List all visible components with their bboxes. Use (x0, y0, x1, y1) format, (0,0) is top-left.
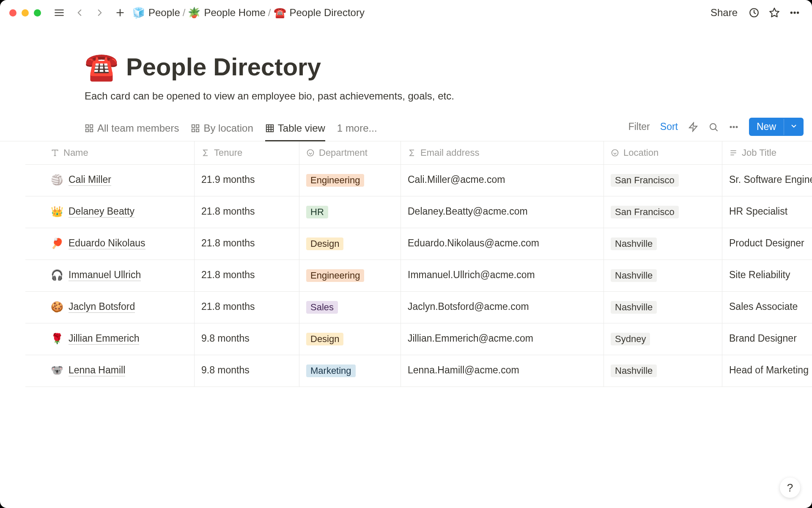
cell-name[interactable]: 🌹Jillian Emmerich (25, 323, 195, 355)
cell-tenure[interactable]: 21.8 months (195, 228, 299, 260)
table-row[interactable]: 🏓Eduardo Nikolaus21.8 monthsDesignEduard… (25, 228, 812, 260)
cell-department[interactable]: Marketing (299, 355, 401, 387)
table-row[interactable]: 🐨Lenna Hamill9.8 monthsMarketingLenna.Ha… (25, 355, 812, 387)
col-email-label: Email address (420, 147, 479, 158)
share-button[interactable]: Share (710, 7, 738, 19)
cell-location[interactable]: Nashville (604, 260, 722, 291)
page-title[interactable]: People Directory (126, 52, 321, 81)
table-row[interactable]: 🌹Jillian Emmerich9.8 monthsDesignJillian… (25, 323, 812, 355)
cell-location[interactable]: Nashville (604, 355, 722, 387)
breadcrumb-root[interactable]: People (148, 7, 180, 19)
more-icon[interactable] (787, 5, 803, 21)
cell-name[interactable]: 🐨Lenna Hamill (25, 355, 195, 387)
nav-forward-icon[interactable] (92, 5, 108, 21)
cell-location[interactable]: San Francisco (604, 196, 722, 228)
loc-tag: Nashville (611, 301, 657, 314)
cell-department[interactable]: Sales (299, 292, 401, 323)
table-row[interactable]: 🍪Jaclyn Botsford21.8 monthsSalesJaclyn.B… (25, 292, 812, 323)
page-subtitle[interactable]: Each card can be opened to view an emplo… (85, 90, 812, 102)
nav-back-icon[interactable] (71, 5, 88, 21)
col-email[interactable]: Email address (401, 141, 604, 164)
cell-email[interactable]: Cali.Miller@acme.com (401, 165, 604, 196)
clock-icon[interactable] (746, 5, 762, 21)
cell-job[interactable]: Sales Associate (722, 292, 812, 323)
cell-name[interactable]: 🍪Jaclyn Botsford (25, 292, 195, 323)
help-button[interactable]: ? (780, 478, 800, 498)
view-all-team[interactable]: All team members (85, 122, 179, 141)
cell-department[interactable]: Engineering (299, 260, 401, 291)
cell-tenure[interactable]: 21.9 months (195, 165, 299, 196)
cell-name[interactable]: 🎧Immanuel Ullrich (25, 260, 195, 291)
cell-location[interactable]: San Francisco (604, 165, 722, 196)
cell-job[interactable]: HR Specialist (722, 196, 812, 228)
cell-email[interactable]: Delaney.Beatty@acme.com (401, 196, 604, 228)
cell-department[interactable]: Design (299, 323, 401, 355)
cell-name[interactable]: 🏐Cali Miller (25, 165, 195, 196)
cell-department[interactable]: HR (299, 196, 401, 228)
cell-department[interactable]: Engineering (299, 165, 401, 196)
cell-tenure[interactable]: 21.8 months (195, 292, 299, 323)
breadcrumb-page[interactable]: People Directory (290, 7, 365, 19)
col-department[interactable]: Department (299, 141, 401, 164)
cell-email[interactable]: Immanuel.Ullrich@acme.com (401, 260, 604, 291)
cell-email[interactable]: Jillian.Emmerich@acme.com (401, 323, 604, 355)
col-name[interactable]: Name (25, 141, 195, 164)
row-name: Eduardo Nikolaus (69, 237, 145, 249)
page-emoji[interactable]: ☎️ (85, 51, 118, 83)
row-name: Delaney Beatty (69, 206, 134, 218)
loc-tag: Nashville (611, 269, 657, 282)
breadcrumb-home[interactable]: People Home (204, 7, 265, 19)
cell-email[interactable]: Eduardo.Nikolaus@acme.com (401, 228, 604, 260)
cell-email[interactable]: Lenna.Hamill@acme.com (401, 355, 604, 387)
star-icon[interactable] (766, 5, 782, 21)
search-icon[interactable] (708, 122, 719, 132)
table-row[interactable]: 🎧Immanuel Ullrich21.8 monthsEngineeringI… (25, 260, 812, 292)
svg-point-8 (794, 12, 795, 13)
cell-name[interactable]: 👑Delaney Beatty (25, 196, 195, 228)
view-more[interactable]: 1 more... (337, 122, 377, 141)
view-table[interactable]: Table view (265, 122, 325, 141)
cell-location[interactable]: Nashville (604, 292, 722, 323)
cell-location[interactable]: Sydney (604, 323, 722, 355)
new-button[interactable]: New (749, 118, 804, 136)
cell-job[interactable]: Sr. Software Engineer (722, 165, 812, 196)
cell-job[interactable]: Product Designer (722, 228, 812, 260)
sort-button[interactable]: Sort (660, 121, 678, 133)
svg-line-25 (715, 129, 717, 131)
cell-tenure[interactable]: 9.8 months (195, 323, 299, 355)
cell-tenure[interactable]: 9.8 months (195, 355, 299, 387)
new-page-icon[interactable] (112, 5, 128, 21)
minimize-window-icon[interactable] (22, 9, 29, 17)
filter-button[interactable]: Filter (628, 121, 650, 133)
svg-point-7 (791, 12, 792, 13)
table-row[interactable]: 🏐Cali Miller21.9 monthsEngineeringCali.M… (25, 165, 812, 196)
table-row[interactable]: 👑Delaney Beatty21.8 monthsHRDelaney.Beat… (25, 196, 812, 228)
col-tenure[interactable]: Tenure (195, 141, 299, 164)
col-job[interactable]: Job Title (722, 141, 812, 164)
cell-tenure[interactable]: 21.8 months (195, 260, 299, 291)
cell-name[interactable]: 🏓Eduardo Nikolaus (25, 228, 195, 260)
options-icon[interactable] (729, 122, 739, 132)
col-location[interactable]: Location (604, 141, 722, 164)
cell-email[interactable]: Jaclyn.Botsford@acme.com (401, 292, 604, 323)
view-by-location[interactable]: By location (191, 122, 253, 141)
cell-job[interactable]: Site Reliability (722, 260, 812, 291)
cell-job[interactable]: Brand Designer (722, 323, 812, 355)
maximize-window-icon[interactable] (34, 9, 41, 17)
new-button-chevron[interactable] (784, 119, 804, 135)
lightning-icon[interactable] (688, 122, 698, 132)
board-icon (191, 124, 200, 133)
loc-tag: Nashville (611, 364, 657, 377)
cell-department[interactable]: Design (299, 228, 401, 260)
cell-tenure[interactable]: 21.8 months (195, 196, 299, 228)
menu-icon[interactable] (51, 5, 67, 21)
svg-point-9 (797, 12, 798, 13)
select-icon (611, 149, 619, 157)
cell-location[interactable]: Nashville (604, 228, 722, 260)
table-icon (265, 124, 274, 133)
loc-tag: Sydney (611, 333, 650, 345)
col-job-label: Job Title (742, 147, 776, 158)
close-window-icon[interactable] (9, 9, 16, 17)
col-loc-label: Location (623, 147, 658, 158)
cell-job[interactable]: Head of Marketing (722, 355, 812, 387)
